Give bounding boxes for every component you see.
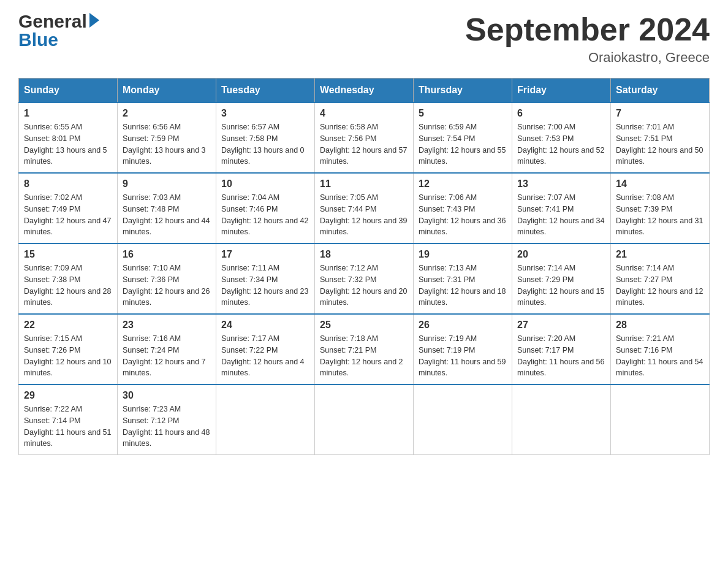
calendar-cell: 10Sunrise: 7:04 AMSunset: 7:46 PMDayligh… (216, 173, 315, 243)
day-info: Sunrise: 6:59 AMSunset: 7:54 PMDaylight:… (419, 121, 507, 167)
day-info: Sunrise: 7:08 AMSunset: 7:39 PMDaylight:… (616, 192, 704, 238)
header-friday: Friday (512, 79, 611, 103)
week-row-5: 29Sunrise: 7:22 AMSunset: 7:14 PMDayligh… (19, 385, 710, 455)
calendar-cell: 25Sunrise: 7:18 AMSunset: 7:21 PMDayligh… (315, 314, 414, 385)
header-thursday: Thursday (414, 79, 512, 103)
logo: General Blue (18, 12, 99, 49)
day-info: Sunrise: 7:02 AMSunset: 7:49 PMDaylight:… (24, 192, 112, 238)
day-number: 19 (419, 249, 507, 260)
day-info: Sunrise: 6:56 AMSunset: 7:59 PMDaylight:… (123, 121, 211, 167)
day-number: 13 (517, 178, 605, 190)
calendar-cell: 7Sunrise: 7:01 AMSunset: 7:51 PMDaylight… (611, 102, 710, 173)
day-info: Sunrise: 7:18 AMSunset: 7:21 PMDaylight:… (320, 333, 408, 379)
calendar-cell (512, 385, 611, 455)
calendar-cell: 4Sunrise: 6:58 AMSunset: 7:56 PMDaylight… (315, 102, 414, 173)
calendar-cell: 15Sunrise: 7:09 AMSunset: 7:38 PMDayligh… (19, 243, 118, 314)
day-number: 30 (123, 390, 211, 401)
month-title: September 2024 (465, 12, 710, 47)
calendar-cell: 18Sunrise: 7:12 AMSunset: 7:32 PMDayligh… (315, 243, 414, 314)
calendar-cell: 14Sunrise: 7:08 AMSunset: 7:39 PMDayligh… (611, 173, 710, 243)
day-info: Sunrise: 7:16 AMSunset: 7:24 PMDaylight:… (123, 333, 211, 379)
calendar-cell: 11Sunrise: 7:05 AMSunset: 7:44 PMDayligh… (315, 173, 414, 243)
calendar-cell: 21Sunrise: 7:14 AMSunset: 7:27 PMDayligh… (611, 243, 710, 314)
location-title: Oraiokastro, Greece (465, 50, 710, 66)
day-info: Sunrise: 7:11 AMSunset: 7:34 PMDaylight:… (221, 262, 309, 308)
calendar-cell (611, 385, 710, 455)
day-number: 7 (616, 108, 704, 119)
day-number: 8 (24, 178, 112, 190)
logo-blue-text: Blue (18, 31, 58, 49)
header-saturday: Saturday (611, 79, 710, 103)
day-info: Sunrise: 6:58 AMSunset: 7:56 PMDaylight:… (320, 121, 408, 167)
calendar-cell: 19Sunrise: 7:13 AMSunset: 7:31 PMDayligh… (414, 243, 512, 314)
day-info: Sunrise: 7:17 AMSunset: 7:22 PMDaylight:… (221, 333, 309, 379)
day-number: 9 (123, 178, 211, 190)
calendar-cell: 23Sunrise: 7:16 AMSunset: 7:24 PMDayligh… (118, 314, 216, 385)
day-number: 26 (419, 320, 507, 331)
day-info: Sunrise: 7:21 AMSunset: 7:16 PMDaylight:… (616, 333, 704, 379)
calendar-cell: 27Sunrise: 7:20 AMSunset: 7:17 PMDayligh… (512, 314, 611, 385)
day-info: Sunrise: 7:12 AMSunset: 7:32 PMDaylight:… (320, 262, 408, 308)
day-info: Sunrise: 7:14 AMSunset: 7:29 PMDaylight:… (517, 262, 605, 308)
day-info: Sunrise: 7:01 AMSunset: 7:51 PMDaylight:… (616, 121, 704, 167)
day-info: Sunrise: 7:15 AMSunset: 7:26 PMDaylight:… (24, 333, 112, 379)
day-number: 20 (517, 249, 605, 260)
page-header: General Blue September 2024 Oraiokastro,… (18, 12, 710, 66)
calendar-cell: 1Sunrise: 6:55 AMSunset: 8:01 PMDaylight… (19, 102, 118, 173)
day-info: Sunrise: 6:55 AMSunset: 8:01 PMDaylight:… (24, 121, 112, 167)
day-number: 29 (24, 390, 112, 401)
calendar-cell: 9Sunrise: 7:03 AMSunset: 7:48 PMDaylight… (118, 173, 216, 243)
calendar-cell (216, 385, 315, 455)
day-info: Sunrise: 7:07 AMSunset: 7:41 PMDaylight:… (517, 192, 605, 238)
day-info: Sunrise: 6:57 AMSunset: 7:58 PMDaylight:… (221, 121, 309, 167)
day-info: Sunrise: 7:10 AMSunset: 7:36 PMDaylight:… (123, 262, 211, 308)
day-number: 27 (517, 320, 605, 331)
calendar-cell: 28Sunrise: 7:21 AMSunset: 7:16 PMDayligh… (611, 314, 710, 385)
calendar-cell: 17Sunrise: 7:11 AMSunset: 7:34 PMDayligh… (216, 243, 315, 314)
calendar-cell (414, 385, 512, 455)
week-row-4: 22Sunrise: 7:15 AMSunset: 7:26 PMDayligh… (19, 314, 710, 385)
calendar-cell: 26Sunrise: 7:19 AMSunset: 7:19 PMDayligh… (414, 314, 512, 385)
header-wednesday: Wednesday (315, 79, 414, 103)
day-number: 5 (419, 108, 507, 119)
day-number: 21 (616, 249, 704, 260)
calendar-cell: 2Sunrise: 6:56 AMSunset: 7:59 PMDaylight… (118, 102, 216, 173)
day-number: 14 (616, 178, 704, 190)
day-info: Sunrise: 7:04 AMSunset: 7:46 PMDaylight:… (221, 192, 309, 238)
calendar-cell: 24Sunrise: 7:17 AMSunset: 7:22 PMDayligh… (216, 314, 315, 385)
calendar-cell (315, 385, 414, 455)
day-info: Sunrise: 7:13 AMSunset: 7:31 PMDaylight:… (419, 262, 507, 308)
day-info: Sunrise: 7:23 AMSunset: 7:12 PMDaylight:… (123, 404, 211, 450)
week-row-2: 8Sunrise: 7:02 AMSunset: 7:49 PMDaylight… (19, 173, 710, 243)
header-tuesday: Tuesday (216, 79, 315, 103)
day-number: 15 (24, 249, 112, 260)
day-number: 18 (320, 249, 408, 260)
calendar-cell: 16Sunrise: 7:10 AMSunset: 7:36 PMDayligh… (118, 243, 216, 314)
calendar-cell: 5Sunrise: 6:59 AMSunset: 7:54 PMDaylight… (414, 102, 512, 173)
calendar-cell: 22Sunrise: 7:15 AMSunset: 7:26 PMDayligh… (19, 314, 118, 385)
week-row-3: 15Sunrise: 7:09 AMSunset: 7:38 PMDayligh… (19, 243, 710, 314)
header-monday: Monday (118, 79, 216, 103)
day-number: 17 (221, 249, 309, 260)
calendar-cell: 29Sunrise: 7:22 AMSunset: 7:14 PMDayligh… (19, 385, 118, 455)
logo-general-text: General (18, 12, 87, 31)
day-number: 11 (320, 178, 408, 190)
day-number: 10 (221, 178, 309, 190)
day-number: 25 (320, 320, 408, 331)
day-info: Sunrise: 7:14 AMSunset: 7:27 PMDaylight:… (616, 262, 704, 308)
calendar-cell: 30Sunrise: 7:23 AMSunset: 7:12 PMDayligh… (118, 385, 216, 455)
day-info: Sunrise: 7:20 AMSunset: 7:17 PMDaylight:… (517, 333, 605, 379)
day-number: 22 (24, 320, 112, 331)
day-info: Sunrise: 7:00 AMSunset: 7:53 PMDaylight:… (517, 121, 605, 167)
title-area: September 2024 Oraiokastro, Greece (465, 12, 710, 66)
calendar-header-row: SundayMondayTuesdayWednesdayThursdayFrid… (19, 79, 710, 103)
calendar-cell: 3Sunrise: 6:57 AMSunset: 7:58 PMDaylight… (216, 102, 315, 173)
day-info: Sunrise: 7:19 AMSunset: 7:19 PMDaylight:… (419, 333, 507, 379)
calendar-cell: 8Sunrise: 7:02 AMSunset: 7:49 PMDaylight… (19, 173, 118, 243)
calendar-cell: 12Sunrise: 7:06 AMSunset: 7:43 PMDayligh… (414, 173, 512, 243)
day-number: 6 (517, 108, 605, 119)
week-row-1: 1Sunrise: 6:55 AMSunset: 8:01 PMDaylight… (19, 102, 710, 173)
day-info: Sunrise: 7:22 AMSunset: 7:14 PMDaylight:… (24, 404, 112, 450)
day-info: Sunrise: 7:06 AMSunset: 7:43 PMDaylight:… (419, 192, 507, 238)
day-info: Sunrise: 7:03 AMSunset: 7:48 PMDaylight:… (123, 192, 211, 238)
